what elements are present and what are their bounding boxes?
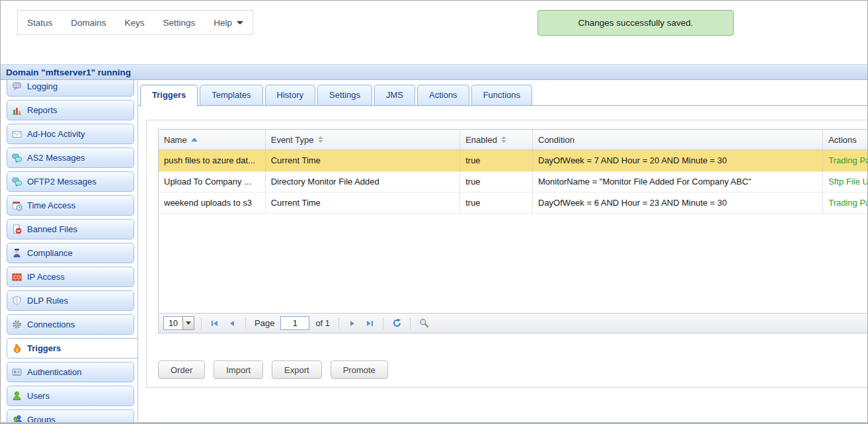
table-row[interactable]: Upload To Company ... Directory Monitor …	[159, 171, 868, 192]
sidebar-item-label: Authentication	[27, 367, 81, 377]
prev-page-icon	[227, 319, 237, 328]
sidebar-item-label: Banned Files	[27, 224, 77, 234]
tab-actions[interactable]: Actions	[417, 85, 469, 105]
cell-name: weekend uploads to s3	[159, 192, 266, 213]
menu-domains[interactable]: Domains	[71, 18, 106, 28]
tab-templates[interactable]: Templates	[200, 85, 262, 105]
column-label: Event Type	[271, 135, 314, 145]
domain-status-title: Domain "mftserver1" running	[6, 67, 131, 77]
tab-functions[interactable]: Functions	[471, 85, 532, 105]
sidebar-item-triggers[interactable]: Triggers	[7, 338, 139, 359]
speech-bubble-icon	[12, 81, 22, 92]
page-label: Page	[255, 318, 274, 328]
calendar-clock-icon	[12, 200, 22, 211]
column-label: Condition	[538, 135, 574, 145]
user-icon	[12, 391, 22, 402]
prev-page-button[interactable]	[225, 317, 239, 330]
cell-condition: DayOfWeek = 7 AND Hour = 20 AND Minute =…	[533, 150, 823, 171]
sidebar-item-label: Users	[27, 391, 50, 401]
tab-history[interactable]: History	[265, 85, 315, 105]
sidebar-item-label: Connections	[27, 319, 75, 329]
column-label: Name	[164, 135, 187, 145]
success-alert: Changes successfully saved.	[537, 10, 734, 36]
bar-chart-icon	[12, 105, 22, 116]
table-row[interactable]: push files to azure dat... Current Time …	[159, 150, 868, 171]
sidebar: Logging Reports Ad-Hoc Activity AS2 Mess…	[1, 81, 138, 423]
sidebar-item-compliance[interactable]: Compliance	[7, 243, 134, 263]
first-page-button[interactable]	[208, 317, 221, 330]
chat-bubbles-icon	[12, 153, 22, 163]
tab-settings[interactable]: Settings	[317, 85, 372, 105]
page-size-select[interactable]: 10	[163, 316, 194, 330]
table-row[interactable]: weekend uploads to s3 Current Time true …	[159, 192, 868, 214]
order-button[interactable]: Order	[158, 360, 205, 379]
page-count-label: of 1	[315, 318, 330, 328]
sidebar-item-users[interactable]: Users	[7, 386, 134, 406]
sidebar-item-label: AS2 Messages	[27, 153, 85, 163]
promote-button[interactable]: Promote	[331, 360, 388, 379]
sidebar-item-label: Compliance	[27, 248, 73, 258]
sidebar-item-oftp2-messages[interactable]: OFTP2 Messages	[7, 171, 134, 192]
tab-bar: Triggers Templates History Settings JMS …	[140, 85, 532, 106]
search-button[interactable]	[417, 317, 430, 330]
combo-trigger-button[interactable]	[182, 316, 194, 330]
column-header-event-type[interactable]: Event Type	[266, 130, 460, 149]
sidebar-item-ip-access[interactable]: IP Access	[7, 267, 134, 287]
menu-help[interactable]: Help	[214, 18, 243, 28]
next-page-button[interactable]	[346, 317, 359, 330]
column-header-condition[interactable]: Condition	[533, 130, 823, 149]
page-size-value: 10	[163, 316, 183, 330]
sidebar-item-reports[interactable]: Reports	[7, 100, 134, 120]
menu-help-label: Help	[214, 18, 232, 28]
first-page-icon	[210, 319, 219, 328]
success-alert-text: Changes successfully saved.	[578, 18, 693, 28]
column-header-actions[interactable]: Actions	[823, 130, 868, 149]
export-button[interactable]: Export	[272, 360, 322, 379]
tab-triggers[interactable]: Triggers	[140, 85, 198, 106]
search-icon	[419, 318, 429, 328]
column-label: Enabled	[465, 135, 497, 145]
tab-jms[interactable]: JMS	[374, 85, 415, 105]
last-page-button[interactable]	[363, 317, 376, 330]
flame-icon	[12, 343, 22, 354]
domain-status-bar: Domain "mftserver1" running	[1, 64, 867, 80]
pager-separator	[201, 318, 202, 329]
footer-button-bar: Order Import Export Promote	[158, 360, 388, 379]
menu-settings[interactable]: Settings	[163, 18, 196, 28]
top-menubar: Status Domains Keys Settings Help	[17, 10, 253, 35]
page-number-input[interactable]	[280, 316, 309, 330]
sidebar-item-authentication[interactable]: Authentication	[7, 362, 134, 382]
sidebar-item-banned-files[interactable]: Banned Files	[7, 219, 134, 239]
pager-separator	[338, 318, 339, 329]
cell-event-type: Current Time	[266, 192, 460, 213]
last-page-icon	[365, 319, 374, 328]
sidebar-item-connections[interactable]: Connections	[7, 314, 134, 335]
cell-actions: Sftp File U	[823, 171, 868, 192]
id-card-icon	[12, 367, 22, 378]
cell-condition: DayOfWeek = 6 AND Hour = 23 AND Minute =…	[533, 192, 823, 213]
import-button[interactable]: Import	[214, 360, 263, 379]
column-header-enabled[interactable]: Enabled	[460, 130, 533, 149]
refresh-button[interactable]	[390, 317, 403, 330]
sidebar-item-label: Ad-Hoc Activity	[27, 129, 85, 139]
sidebar-item-label: Time Access	[27, 200, 75, 210]
main-content: Triggers Templates History Settings JMS …	[138, 81, 867, 423]
menu-keys[interactable]: Keys	[125, 18, 145, 28]
cell-name: push files to azure dat...	[159, 150, 266, 171]
triggers-grid: Name Event Type Enabled Condition Action…	[158, 129, 868, 333]
sidebar-item-adhoc-activity[interactable]: Ad-Hoc Activity	[7, 124, 134, 144]
sidebar-item-as2-messages[interactable]: AS2 Messages	[7, 148, 134, 168]
grid-header: Name Event Type Enabled Condition Action…	[159, 130, 868, 150]
menu-status[interactable]: Status	[27, 18, 52, 28]
sidebar-item-label: IP Access	[27, 272, 65, 282]
sort-asc-icon	[191, 138, 198, 142]
cell-enabled: true	[460, 171, 533, 192]
grid-empty-area	[159, 214, 868, 313]
sidebar-item-dlp-rules[interactable]: DLP Rules	[7, 290, 134, 311]
column-header-name[interactable]: Name	[159, 130, 266, 149]
sort-icon	[501, 136, 506, 143]
pager-separator	[383, 318, 383, 329]
sort-icon	[318, 136, 323, 143]
sidebar-item-time-access[interactable]: Time Access	[7, 195, 134, 216]
sidebar-item-label: Logging	[27, 81, 58, 91]
